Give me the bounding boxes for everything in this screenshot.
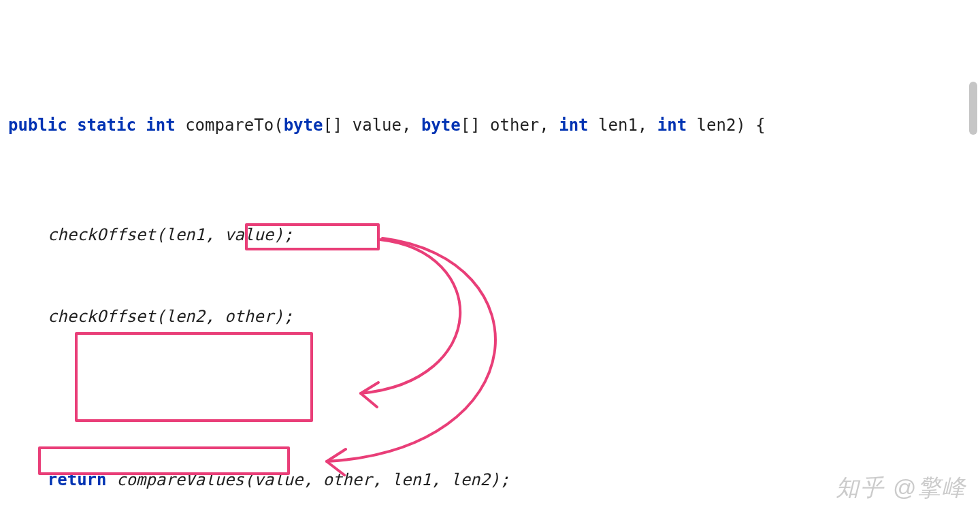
scrollbar-track[interactable] (968, 0, 979, 522)
code-line: checkOffset(len2, other); (8, 303, 972, 330)
kw-int: int (559, 116, 588, 135)
kw-static: static (77, 116, 136, 135)
code-line: return compareValues(value, other, len1,… (8, 466, 972, 493)
code-line: public static int compareTo(byte[] value… (8, 112, 972, 139)
scrollbar-thumb[interactable] (969, 82, 977, 135)
kw-int: int (657, 116, 687, 135)
kw-byte: byte (421, 116, 461, 135)
code-line (8, 385, 972, 412)
code-line: checkOffset(len1, value); (8, 221, 972, 248)
kw-byte: byte (284, 116, 323, 135)
kw-return: return (48, 470, 107, 489)
code-editor: public static int compareTo(byte[] value… (0, 0, 972, 522)
kw-int: int (146, 116, 175, 135)
kw-public: public (8, 116, 67, 135)
